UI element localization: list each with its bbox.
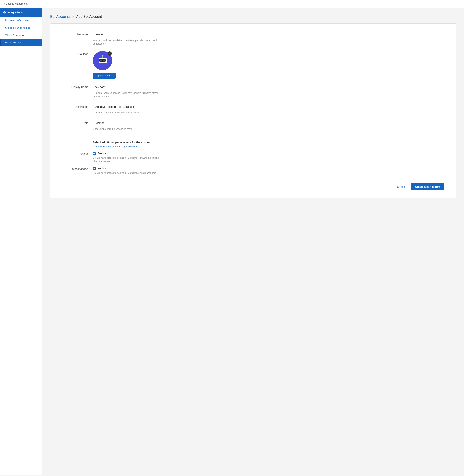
post-channels-row: post:channels Enabled Bot will have acce… [62,167,445,175]
sidebar-item-label: Bot Accounts [5,41,21,44]
post-all-label: post:all [62,152,93,155]
layout: ⚙ Integrations Incoming Webhooks Outgoin… [0,8,464,475]
permissions-title: Select additional permissions for the ac… [93,141,152,144]
bot-icon-close-button[interactable]: × [108,51,112,56]
description-row: Description (Optional) Let others know w… [62,104,445,114]
top-bar: ‹ Back to Mattermost [0,0,464,8]
description-hint: (Optional) Let others know what this bot… [93,111,163,114]
chevron-left-icon: ‹ [4,2,5,5]
sidebar-header-label: Integrations [7,11,23,14]
post-all-checkbox[interactable] [93,152,96,155]
bot-icon-container: × [93,51,112,70]
sidebar-item-incoming-webhooks[interactable]: Incoming Webhooks [0,17,42,24]
display-name-input[interactable] [93,84,163,90]
sidebar-item-label: Outgoing Webhooks [5,26,30,29]
display-name-control: (Optional) You can choose to display you… [93,84,163,98]
role-row: Role Choose what role the bot should hav… [62,120,445,131]
sidebar-item-slash-commands[interactable]: Slash Commands [0,31,42,39]
role-hint: Choose what role the bot should have. [93,127,163,131]
cancel-button[interactable]: Cancel [395,184,408,190]
role-control: Choose what role the bot should have. [93,120,163,131]
role-input[interactable] [93,120,163,126]
upload-image-button[interactable]: Upload Image [93,73,116,79]
form-footer: Cancel Create Bot Account [62,178,445,190]
username-control: You can use lowercase letters, numbers, … [93,31,163,46]
sidebar-header: ⚙ Integrations [0,8,42,17]
post-all-hint: Bot will have access to post to all Matt… [93,156,163,163]
username-input[interactable] [93,31,163,37]
username-row: Username You can use lowercase letters, … [62,31,445,46]
back-link-label: Back to Mattermost [6,2,28,5]
description-control: (Optional) Let others know what this bot… [93,104,163,114]
form-card: Username You can use lowercase letters, … [50,23,456,198]
svg-point-2 [102,55,103,56]
bot-icon-control: × Upload Image [93,51,163,79]
display-name-label: Display Name [62,84,93,89]
breadcrumb-separator: > [72,15,74,19]
post-channels-control: Enabled Bot will have access to post to … [93,167,163,175]
bot-icon-row: Bot Icon [62,51,445,79]
svg-rect-7 [97,63,108,65]
breadcrumb-current: Add Bot Account [76,15,102,19]
role-label: Role [62,120,93,124]
breadcrumb-parent[interactable]: Bot Accounts [50,15,70,19]
sidebar: ⚙ Integrations Incoming Webhooks Outgoin… [0,8,42,475]
sidebar-item-label: Slash Commands [5,34,27,37]
puzzle-icon: ⚙ [3,10,6,14]
post-channels-hint: Bot will have access to post to all Matt… [93,171,163,175]
create-bot-account-button[interactable]: Create Bot Account [411,183,445,190]
main-content: Bot Accounts > Add Bot Account Username … [42,8,464,475]
post-all-enabled-label: Enabled [97,152,107,155]
post-all-control: Enabled Bot will have access to post to … [93,152,163,163]
svg-rect-4 [100,60,102,61]
description-label: Description [62,104,93,108]
description-input[interactable] [93,104,163,110]
post-channels-check-row: Enabled [93,167,163,170]
permissions-section: Select additional permissions for the ac… [62,141,445,148]
display-name-hint: (Optional) You can choose to display you… [93,91,163,98]
post-all-check-row: Enabled [93,152,163,155]
post-channels-label: post:channels [62,167,93,170]
permissions-link[interactable]: Read more about roles and permissions. [93,145,138,148]
svg-rect-5 [103,60,105,61]
sidebar-item-outgoing-webhooks[interactable]: Outgoing Webhooks [0,24,42,31]
username-hint: You can use lowercase letters, numbers, … [93,39,163,46]
display-name-row: Display Name (Optional) You can choose t… [62,84,445,98]
breadcrumb: Bot Accounts > Add Bot Account [50,15,456,19]
post-channels-checkbox[interactable] [93,167,96,170]
back-link[interactable]: ‹ Back to Mattermost [4,2,28,5]
post-all-row: post:all Enabled Bot will have access to… [62,152,445,163]
username-label: Username [62,31,93,36]
sidebar-item-label: Incoming Webhooks [5,19,30,22]
robot-svg [96,54,109,67]
sidebar-item-bot-accounts[interactable]: Bot Accounts [0,39,42,46]
permissions-divider [62,136,445,136]
bot-icon-label: Bot Icon [62,51,93,56]
post-channels-enabled-label: Enabled [97,167,107,170]
